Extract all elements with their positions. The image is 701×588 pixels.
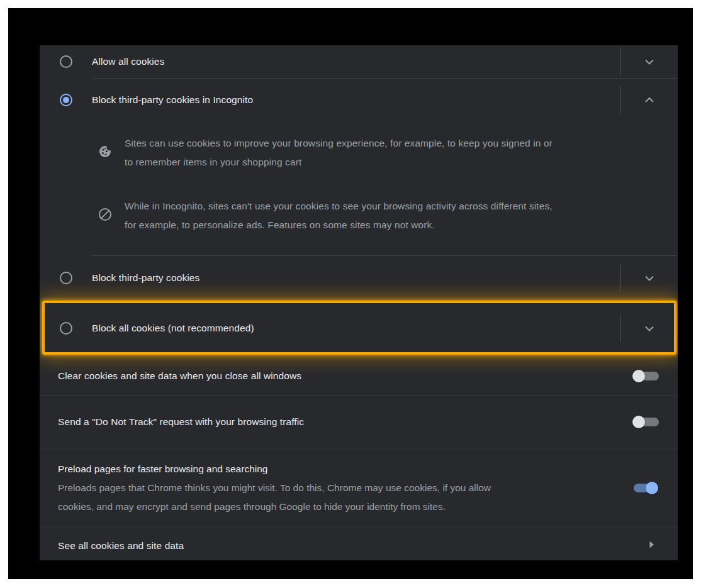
radio-option-label: Block third-party cookies in Incognito: [92, 94, 620, 106]
row-label: Preload pages for faster browsing and se…: [58, 460, 607, 479]
radio-option-label: Allow all cookies: [92, 56, 620, 67]
cookie-icon: [98, 144, 113, 159]
row-text-block: Preload pages for faster browsing and se…: [58, 460, 632, 516]
radio-option-allow-all-cookies[interactable]: Allow all cookies: [40, 45, 678, 78]
detail-line: Sites can use cookies to improve your br…: [125, 134, 552, 153]
detail-text: Sites can use cookies to improve your br…: [125, 134, 552, 172]
detail-line: While in Incognito, sites can't use your…: [125, 197, 552, 216]
window-frame: Allow all cookies Block third-party cook…: [8, 8, 693, 579]
radio-option-label: Block all cookies (not recommended): [92, 323, 620, 334]
expand-button[interactable]: [621, 256, 678, 299]
radio-button-unselected[interactable]: [60, 322, 72, 335]
arrow-right-icon: [645, 538, 658, 553]
row-see-all-cookies[interactable]: See all cookies and site data: [40, 528, 678, 560]
expand-button[interactable]: [621, 302, 678, 353]
toggle-on[interactable]: [632, 482, 658, 494]
toggle-knob: [632, 416, 645, 428]
row-description: Preloads pages that Chrome thinks you mi…: [58, 479, 607, 516]
detail-line: for example, to personalize ads. Feature…: [125, 216, 552, 235]
row-preload-pages[interactable]: Preload pages for faster browsing and se…: [40, 448, 678, 528]
collapse-button[interactable]: [621, 79, 678, 121]
detail-item-incognito-block: While in Incognito, sites can't use your…: [40, 197, 678, 235]
toggle-knob: [646, 482, 658, 494]
chevron-down-icon: [642, 270, 657, 286]
radio-option-block-third-party[interactable]: Block third-party cookies: [40, 256, 678, 299]
chevron-up-icon: [642, 92, 657, 108]
chevron-down-icon: [642, 54, 657, 69]
radio-option-block-third-party-incognito[interactable]: Block third-party cookies in Incognito: [40, 79, 678, 121]
toggle-off[interactable]: [632, 416, 659, 428]
blocked-icon: [98, 207, 113, 222]
radio-option-block-all-cookies[interactable]: Block all cookies (not recommended): [40, 302, 678, 353]
expand-button[interactable]: [621, 45, 678, 78]
chevron-down-icon: [642, 321, 657, 336]
detail-line: to remember items in your shopping cart: [125, 153, 552, 172]
description-line: Preloads pages that Chrome thinks you mi…: [58, 479, 607, 497]
row-clear-cookies-on-close[interactable]: Clear cookies and site data when you clo…: [40, 356, 678, 396]
row-do-not-track[interactable]: Send a "Do Not Track" request with your …: [40, 396, 678, 448]
toggle-knob: [632, 370, 645, 382]
detail-item-cookies: Sites can use cookies to improve your br…: [40, 134, 678, 172]
detail-text: While in Incognito, sites can't use your…: [125, 197, 552, 235]
radio-button-selected[interactable]: [60, 94, 72, 106]
screenshot-canvas: Allow all cookies Block third-party cook…: [0, 0, 701, 588]
toggle-off[interactable]: [632, 370, 659, 382]
cookie-settings-panel: Allow all cookies Block third-party cook…: [40, 45, 678, 560]
row-label: Send a "Do Not Track" request with your …: [58, 416, 632, 428]
radio-button-unselected[interactable]: [60, 55, 72, 68]
row-label: See all cookies and site data: [58, 540, 645, 552]
highlighted-row-wrapper: Block all cookies (not recommended): [40, 302, 678, 356]
radio-button-unselected[interactable]: [60, 272, 72, 284]
description-line: cookies, and may encrypt and send pages …: [58, 497, 607, 516]
radio-option-label: Block third-party cookies: [92, 272, 620, 284]
row-label: Clear cookies and site data when you clo…: [58, 370, 632, 382]
